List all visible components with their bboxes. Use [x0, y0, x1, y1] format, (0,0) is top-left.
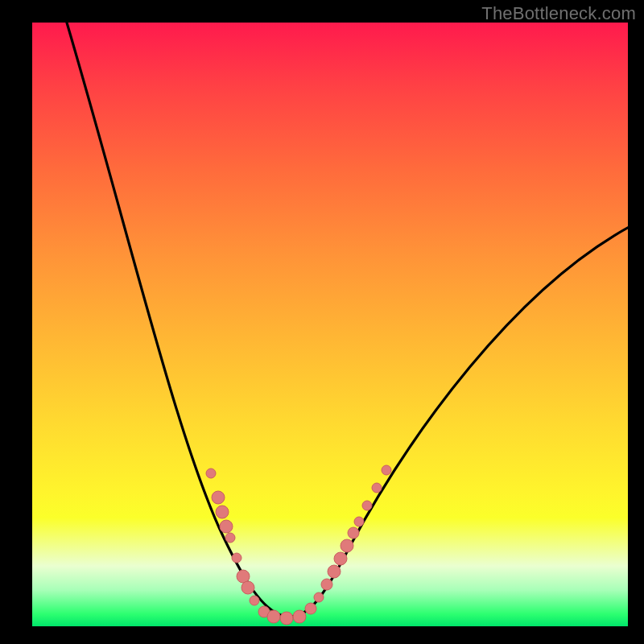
data-dot: [362, 501, 372, 510]
data-dot: [382, 465, 391, 475]
watermark-text: TheBottleneck.com: [481, 3, 636, 24]
data-dot: [250, 596, 259, 605]
data-dot: [220, 520, 233, 533]
data-dot: [341, 539, 353, 552]
data-dot: [280, 612, 293, 625]
data-dot: [293, 610, 306, 623]
data-dot: [334, 552, 347, 565]
data-dot: [225, 533, 235, 543]
data-dot: [354, 517, 364, 526]
data-dot: [232, 553, 242, 563]
data-dot: [372, 483, 382, 493]
data-dot: [242, 581, 254, 594]
data-dot: [212, 491, 225, 504]
data-dot: [314, 592, 324, 602]
curve-svg: [32, 23, 628, 626]
data-dot: [321, 579, 332, 590]
plot-area: [32, 23, 628, 626]
chart-frame: TheBottleneck.com: [0, 0, 644, 644]
bottleneck-curve-thick: [64, 23, 628, 617]
data-dot: [267, 610, 280, 623]
data-dot: [305, 603, 316, 614]
data-dots: [206, 465, 391, 625]
data-dot: [216, 506, 229, 518]
data-dot: [328, 565, 341, 578]
data-dot: [206, 469, 216, 478]
data-dot: [348, 527, 359, 539]
